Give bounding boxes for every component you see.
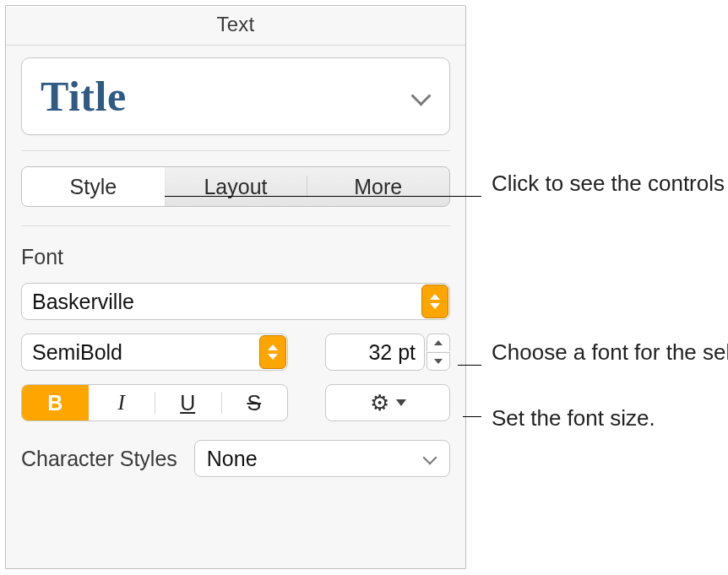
italic-toggle[interactable]: I [89,385,155,420]
character-styles-row: Character Styles None [6,440,465,477]
underline-toggle[interactable]: U [155,385,221,420]
gear-icon: ⚙ [370,392,389,414]
updown-arrows-icon [259,335,286,369]
paragraph-style-section: Title [21,57,450,135]
tab-layout[interactable]: Layout [165,167,307,206]
font-weight-value: SemiBold [32,340,259,365]
font-size-value: 32 pt [368,340,416,365]
strikethrough-toggle[interactable]: S [221,385,288,420]
font-size-stepper[interactable] [426,334,450,371]
triangle-down-icon [434,359,443,364]
font-family-popup[interactable]: Baskerville [21,283,450,320]
advanced-options-popup[interactable]: ⚙ [325,384,450,421]
style-gear-row: B I U S ⚙ [21,384,450,421]
text-inspector-panel: Text Title Style Layout More Font Basker… [5,5,466,569]
chevron-down-icon [422,454,437,464]
tab-more[interactable]: More [307,167,449,206]
stepper-up[interactable] [426,334,450,351]
panel-title: Text [6,6,465,45]
bold-toggle[interactable]: B [22,385,89,420]
font-section-title: Font [21,245,450,269]
paragraph-style-label: Title [41,72,127,121]
font-size-control: 32 pt [325,334,450,371]
font-family-value: Baskerville [32,290,421,314]
stepper-down[interactable] [426,352,450,371]
segmented-control: Style Layout More [21,166,450,207]
updown-arrows-icon [421,285,448,318]
callout-leader [162,196,481,197]
chevron-down-icon [396,399,406,406]
divider [6,45,465,46]
font-size-field[interactable]: 32 pt [325,334,425,371]
font-weight-popup[interactable]: SemiBold [21,334,288,371]
callout-leader [463,416,481,417]
inspector-tabs: Style Layout More [6,151,465,225]
triangle-up-icon [434,340,443,345]
weight-size-row: SemiBold 32 pt [21,334,450,371]
character-styles-label: Character Styles [21,447,177,471]
text-style-toggle-group: B I U S [21,384,288,421]
callout-font-size: Set the font size. [492,404,655,433]
callout-tabs: Click to see the controls below. [492,169,728,198]
character-styles-value: None [207,447,258,471]
tab-style[interactable]: Style [22,167,165,206]
callout-leader [458,365,481,366]
paragraph-style-popup[interactable]: Title [21,57,450,135]
character-styles-popup[interactable]: None [194,440,450,477]
chevron-down-icon [410,90,431,102]
callout-font-family: Choose a font for the selected text. [492,338,728,367]
font-section: Font Baskerville SemiBold 32 pt [6,226,465,421]
